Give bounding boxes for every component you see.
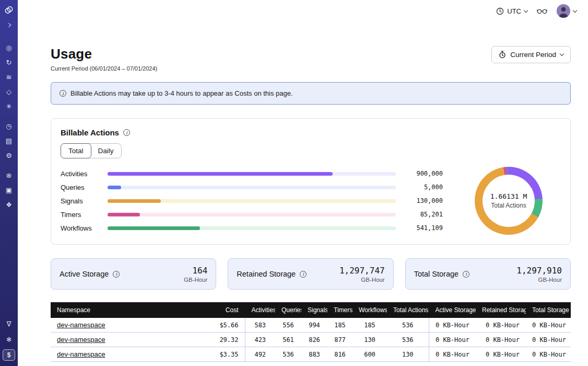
table-cell: 0 KB-Hour [476,347,526,362]
info-icon[interactable] [300,271,307,278]
chevron-right-icon [7,23,11,27]
bar-value: 900,000 [401,170,443,177]
sidebar-item-deployments[interactable]: ≋ [3,71,15,83]
timezone-selector[interactable]: UTC [496,7,527,15]
bar-label: Signals [61,197,104,205]
bar-track [108,199,396,203]
temporal-logo-icon[interactable] [4,5,14,15]
sidebar-item-history[interactable]: ↻ [3,56,15,68]
column-header: Cost [207,302,245,318]
chart-row: Activities900,000Queries5,000Signals130,… [61,167,561,235]
sidebar-item-usage[interactable]: ◷ [3,120,15,132]
table-cell: 492 [245,347,275,362]
usage-dollar-icon: $ [7,352,11,358]
page-header: Usage Current Period (06/01/2024 – 07/01… [51,46,571,72]
table-cell: 816 [327,347,352,362]
table-cell: 994 [301,318,327,333]
chevron-down-icon [573,8,577,12]
tab-total[interactable]: Total [61,143,91,158]
table-cell: 536 [387,318,429,333]
table-cell: 877 [327,333,352,347]
sidebar-item-theme[interactable]: ❄ [3,334,15,345]
sidebar-bottom: ∇❄$ [3,318,15,361]
table-cell: 536 [275,347,301,362]
namespace-link[interactable]: dev-namespace [57,350,105,358]
sidebar-item-resources[interactable]: ❖ [3,199,15,210]
sidebar: ◎↻≋◇✳◷▤⚙⊗▣❖ ∇❄$ [0,0,18,366]
active-storage-unit: GB-Hour [184,277,207,283]
active-storage-card: Active Storage 164 GB-Hour [51,258,216,290]
bar-fill [108,172,333,176]
resources-glasses-button[interactable] [537,7,547,15]
storage-cards: Active Storage 164 GB-Hour Retained Stor… [51,258,571,290]
stopwatch-icon [499,51,506,59]
theme-icon: ❄ [6,336,12,343]
nav-group-main: ◎↻≋◇✳ [3,42,15,112]
table-cell: 556 [275,318,301,333]
info-icon [60,90,66,97]
table-cell: 130 [387,347,429,362]
archival-icon: ◇ [6,88,11,95]
table-cell: 583 [245,318,275,333]
info-icon[interactable] [123,129,130,136]
namespaces-icon: ◎ [6,44,11,51]
sidebar-item-settings[interactable]: ⚙ [3,150,15,161]
sidebar-item-namespaces[interactable]: ◎ [3,42,15,53]
namespace-cell: dev-namespace [51,318,207,333]
docs-icon: ▣ [6,187,12,193]
column-header: Retained Storage [476,302,526,318]
nexus-icon: ✳ [6,103,12,110]
history-icon: ↻ [6,59,12,66]
topbar: UTC [18,0,588,22]
sidebar-item-nexus[interactable]: ✳ [3,100,15,112]
bar-track [108,226,396,230]
bar-label: Activities [61,170,104,178]
main-content: Usage Current Period (06/01/2024 – 07/01… [18,46,588,366]
donut-center: 1.66131 M Total Actions [483,175,535,227]
page-title: Usage [51,46,157,62]
chevron-down-icon [560,52,564,56]
user-menu[interactable] [557,4,577,18]
retained-storage-value: 1,297,747 [339,266,385,276]
sidebar-item-docs[interactable]: ▣ [3,184,15,196]
total-storage-value: 1,297,910 [516,266,562,276]
sidebar-item-usage-dollar[interactable]: $ [3,349,15,361]
sidebar-item-billing[interactable]: ▤ [3,135,15,146]
period-dropdown-button[interactable]: Current Period [491,46,571,63]
bar-fill [108,213,140,216]
sidebar-item-archival[interactable]: ◇ [3,86,15,97]
table-cell: 0 KB-Hour [526,333,571,347]
bar-track [108,172,396,176]
clock-icon [496,7,504,15]
nav-group-support: ⊗▣❖ [3,169,15,210]
donut-total-value: 1.66131 M [490,192,527,200]
sidebar-item-support[interactable]: ⊗ [3,169,15,181]
namespace-link[interactable]: dev-namespace [57,321,105,329]
retained-storage-label: Retained Storage [237,270,296,278]
column-header: Total Actions [387,302,429,318]
bar-value: 85,201 [401,211,443,218]
table-cell: 536 [387,333,429,347]
labs-icon: ∇ [7,321,11,327]
info-icon[interactable] [113,271,120,278]
namespace-cell: dev-namespace [51,333,207,347]
tab-daily[interactable]: Daily [91,144,121,158]
table-head: NamespaceCostActivitiesQueriesSignalsTim… [51,302,571,318]
sidebar-item-labs[interactable]: ∇ [3,318,15,329]
table-cell: 0 KB-Hour [429,347,476,362]
support-icon: ⊗ [6,172,12,179]
info-icon[interactable] [463,271,469,278]
namespace-link[interactable]: dev-namespace [57,336,105,344]
table-cell: 561 [275,333,301,347]
table-cell: 0 KB-Hour [429,333,476,347]
namespace-cell: dev-namespace [51,347,207,362]
table-body: dev-namespace$5.665835569941851855360 KB… [51,318,571,362]
bar-fill [108,199,161,203]
sidebar-expand-button[interactable] [4,20,14,30]
bar-fill [108,186,121,189]
donut-box: 1.66131 M Total Actions [456,167,561,235]
bar-row: Workflows541,109 [61,221,443,235]
page-subtitle: Current Period (06/01/2024 – 07/01/2024) [51,65,157,72]
chevron-down-icon [524,8,528,12]
bar-row: Timers85,201 [61,208,443,221]
